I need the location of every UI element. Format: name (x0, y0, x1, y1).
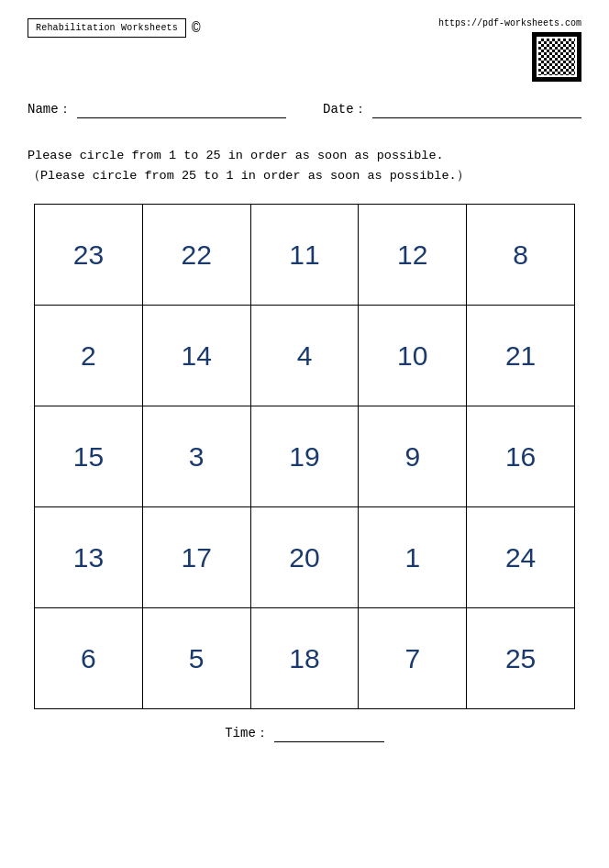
name-date-row: Name： Date： (28, 100, 581, 118)
grid-cell[interactable]: 23 (35, 205, 143, 306)
time-input[interactable] (274, 724, 384, 742)
time-field-group: Time： (225, 724, 384, 742)
website-url: https://pdf-worksheets.com (438, 18, 581, 28)
brand-label: Rehabilitation Worksheets (36, 23, 178, 33)
grid-cell[interactable]: 24 (467, 507, 575, 608)
table-row: 131720124 (35, 507, 575, 608)
grid-cell[interactable]: 5 (142, 608, 250, 709)
grid-cell[interactable]: 2 (35, 306, 143, 406)
grid-cell[interactable]: 7 (359, 608, 467, 709)
grid-cell[interactable]: 22 (142, 205, 250, 306)
copyright-symbol: © (192, 20, 201, 37)
qr-code (532, 32, 581, 82)
grid-cell[interactable]: 13 (35, 507, 143, 608)
grid-cell[interactable]: 6 (35, 608, 143, 709)
grid-cell[interactable]: 3 (142, 406, 250, 507)
grid-cell[interactable]: 9 (359, 406, 467, 507)
grid-cell[interactable]: 17 (142, 507, 250, 608)
instruction-line2: （Please circle from 25 to 1 in order as … (28, 166, 581, 186)
name-label: Name： (28, 101, 72, 117)
brand-box: Rehabilitation Worksheets (28, 18, 186, 38)
header-right: https://pdf-worksheets.com (438, 18, 581, 82)
name-field-group: Name： (28, 100, 286, 118)
number-grid: 2322111282144102115319916131720124651872… (34, 204, 575, 709)
grid-cell[interactable]: 25 (467, 608, 575, 709)
qr-pattern (537, 37, 577, 77)
date-label: Date： (323, 101, 367, 117)
grid-cell[interactable]: 19 (250, 406, 359, 507)
header-left: Rehabilitation Worksheets © (28, 18, 201, 38)
time-row: Time： (28, 724, 581, 742)
table-row: 6518725 (35, 608, 575, 709)
time-label: Time： (225, 725, 269, 741)
grid-cell[interactable]: 20 (250, 507, 359, 608)
grid-cell[interactable]: 16 (467, 406, 575, 507)
grid-cell[interactable]: 14 (142, 306, 250, 406)
instructions: Please circle from 1 to 25 in order as s… (28, 146, 581, 185)
page-header: Rehabilitation Worksheets © https://pdf-… (28, 18, 581, 82)
grid-cell[interactable]: 4 (250, 306, 359, 406)
grid-cell[interactable]: 18 (250, 608, 359, 709)
grid-cell[interactable]: 15 (35, 406, 143, 507)
name-input[interactable] (77, 100, 286, 118)
table-row: 21441021 (35, 306, 575, 406)
grid-cell[interactable]: 1 (359, 507, 467, 608)
table-row: 15319916 (35, 406, 575, 507)
date-field-group: Date： (323, 100, 581, 118)
grid-cell[interactable]: 21 (467, 306, 575, 406)
grid-cell[interactable]: 8 (467, 205, 575, 306)
grid-cell[interactable]: 10 (359, 306, 467, 406)
date-input[interactable] (372, 100, 581, 118)
grid-cell[interactable]: 11 (250, 205, 359, 306)
grid-cell[interactable]: 12 (359, 205, 467, 306)
instruction-line1: Please circle from 1 to 25 in order as s… (28, 146, 581, 166)
table-row: 232211128 (35, 205, 575, 306)
